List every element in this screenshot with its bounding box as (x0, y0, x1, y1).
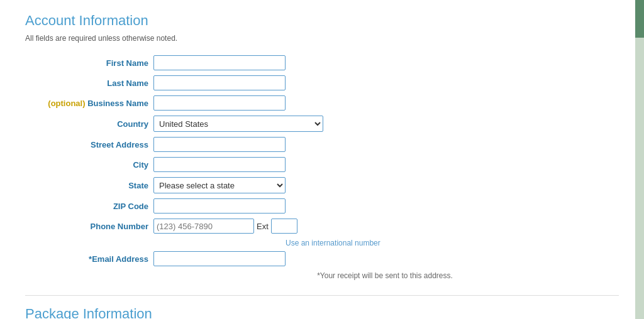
street-address-input[interactable] (153, 137, 286, 152)
phone-number-cell: Ext (151, 216, 619, 236)
zip-code-cell (151, 196, 619, 216)
intl-link-row: Use an international number (25, 236, 619, 249)
first-name-cell (151, 53, 619, 73)
city-input[interactable] (153, 157, 286, 172)
state-cell: Please select a state Alabama Alaska Ari… (151, 175, 619, 196)
city-row: City (25, 154, 619, 175)
email-note-cell: *Your receipt will be sent to this addre… (151, 269, 619, 283)
country-select[interactable]: United States Canada United Kingdom Aust… (153, 116, 323, 132)
zip-code-input[interactable] (153, 198, 286, 214)
first-name-input[interactable] (153, 55, 286, 70)
section-divider (25, 295, 619, 296)
zip-code-label: ZIP Code (25, 196, 151, 216)
state-select[interactable]: Please select a state Alabama Alaska Ari… (153, 177, 286, 193)
phone-number-label: Phone Number (25, 216, 151, 236)
last-name-row: Last Name (25, 73, 619, 93)
email-address-row: *Email Address (25, 249, 619, 269)
city-label: City (25, 154, 151, 175)
zip-code-row: ZIP Code (25, 196, 619, 216)
state-row: State Please select a state Alabama Alas… (25, 175, 619, 196)
phone-ext-input[interactable] (271, 219, 297, 234)
street-address-cell (151, 134, 619, 154)
business-name-label: (optional) Business Name (25, 93, 151, 113)
page-wrapper: Account Information All fields are requi… (0, 0, 644, 319)
phone-wrapper: Ext (153, 219, 616, 234)
email-note-label-cell (25, 269, 151, 283)
optional-label: (optional) (48, 99, 85, 108)
city-cell (151, 154, 619, 175)
email-note-row: *Your receipt will be sent to this addre… (25, 269, 619, 283)
country-row: Country United States Canada United King… (25, 113, 619, 134)
street-address-label: Street Address (25, 134, 151, 154)
state-label: State (25, 175, 151, 196)
account-form: First Name Last Name (optional) Business… (25, 53, 619, 283)
first-name-label: First Name (25, 53, 151, 73)
scrollbar-thumb[interactable] (635, 0, 644, 38)
intl-link-cell: Use an international number (151, 236, 619, 249)
package-info-title: Package Information (25, 306, 619, 319)
email-address-cell (151, 249, 619, 269)
business-name-cell (151, 93, 619, 113)
last-name-label: Last Name (25, 73, 151, 93)
country-label: Country (25, 113, 151, 134)
account-info-title: Account Information (25, 13, 619, 29)
intl-link-label-cell (25, 236, 151, 249)
email-address-input[interactable] (153, 251, 286, 266)
country-cell: United States Canada United Kingdom Aust… (151, 113, 619, 134)
last-name-cell (151, 73, 619, 93)
street-address-row: Street Address (25, 134, 619, 154)
business-name-input[interactable] (153, 95, 286, 111)
phone-number-input[interactable] (153, 219, 254, 234)
scrollbar-track[interactable] (635, 0, 644, 319)
ext-label: Ext (257, 222, 269, 231)
account-info-subtitle: All fields are required unless otherwise… (25, 34, 619, 43)
last-name-input[interactable] (153, 75, 286, 90)
first-name-row: First Name (25, 53, 619, 73)
intl-number-link[interactable]: Use an international number (286, 239, 380, 247)
email-address-label: *Email Address (25, 249, 151, 269)
business-name-text: Business Name (87, 99, 148, 108)
business-name-row: (optional) Business Name (25, 93, 619, 113)
phone-number-row: Phone Number Ext (25, 216, 619, 236)
